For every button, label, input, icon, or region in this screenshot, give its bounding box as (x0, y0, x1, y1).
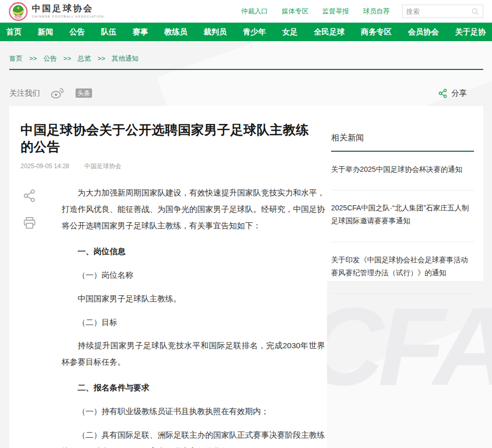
nav-womens-football[interactable]: 女足 (282, 27, 298, 37)
nav-coaches[interactable]: 教练员 (165, 27, 188, 37)
weibo-icon[interactable] (50, 87, 64, 99)
header-link-player[interactable]: 球员自荐 (363, 7, 390, 16)
cfa-logo[interactable]: CFA 中国足球协会 CHINESE FOOTBALL ASSOCIATION (9, 2, 104, 21)
nav-home[interactable]: 首页 (6, 27, 22, 37)
header-link-arbitration[interactable]: 仲裁入口 (241, 7, 268, 16)
article-tools (9, 185, 62, 448)
paragraph: （一）岗位名称 (62, 267, 325, 283)
related-news-item[interactable]: 2025CFA中国之队·“北人集团”石家庄五人制足球国际邀请赛赛事通知 (331, 190, 474, 242)
article-meta: 2025-09-05 14:28 中国足球协会 (21, 162, 325, 171)
breadcrumb-separator: >> (63, 55, 71, 62)
search-box[interactable] (402, 5, 483, 18)
breadcrumb-home[interactable]: 首页 (9, 55, 23, 62)
header-link-media[interactable]: 媒体专区 (282, 7, 308, 16)
nav-about[interactable]: 关于足协 (455, 27, 486, 37)
top-header: CFA 中国足球协会 CHINESE FOOTBALL ASSOCIATION … (0, 0, 492, 23)
related-news-title: 相关新闻 (331, 133, 474, 152)
nav-member-associations[interactable]: 会员协会 (408, 27, 439, 37)
breadcrumb-overview[interactable]: 总览 (78, 55, 91, 62)
nav-announcements[interactable]: 公告 (69, 27, 85, 37)
search-icon[interactable] (471, 7, 479, 15)
share-nodes-icon[interactable] (23, 189, 62, 203)
paragraph: 持续提升国家男子足球队竞技水平和国际足联排名，完成2030年世界杯参赛目标任务。 (62, 337, 325, 370)
breadcrumb-separator: >> (98, 55, 105, 62)
nav-referees[interactable]: 裁判员 (204, 27, 227, 37)
article-title: 中国足球协会关于公开选聘国家男子足球队主教练的公告 (21, 121, 318, 155)
share-nodes-icon (438, 88, 448, 98)
nav-news[interactable]: 新闻 (38, 27, 53, 37)
logo-title: 中国足球协会 (32, 4, 104, 14)
nav-teams[interactable]: 队伍 (101, 27, 117, 37)
toutiao-icon[interactable]: 头条 (76, 88, 92, 98)
page: CFA 中国足球协会 CHINESE FOOTBALL ASSOCIATION … (0, 0, 492, 448)
header-links: 仲裁入口 媒体专区 监督举报 球员自荐 (227, 5, 483, 18)
article-date: 2025-09-05 14:28 (21, 163, 69, 170)
follow-us-label: 关注我们 (9, 88, 40, 98)
article-text: 为大力加强新周期国家队建设，有效快速提升国家队竞技实力和水平，打造作风优良、能征… (62, 185, 325, 448)
nav-business[interactable]: 商务专区 (361, 27, 392, 37)
paragraph: （一）持有职业级教练员证书且执教执照在有效期内； (62, 403, 325, 420)
related-news-sidebar: 相关新闻 关于举办2025中国足球协会杯决赛的通知 2025CFA中国之队·“北… (327, 106, 483, 281)
breadcrumb: 首页 >> 公告 >> 总览 >> 其他通知 (9, 54, 483, 70)
main-nav: 首页 新闻 公告 队伍 赛事 教练员 裁判员 青少年 女足 全民足球 商务专区 … (0, 23, 492, 41)
content-area: CFA 首页 >> 公告 >> 总览 >> 其他通知 关注我们 头条 (0, 41, 492, 448)
share-button[interactable]: 分享 (438, 88, 467, 98)
paragraph: （二）具有国际足联、洲际足联主办的国家队正式赛事决赛阶段主教练执教经历或有欧洲、… (62, 427, 325, 448)
paragraph: 为大力加强新周期国家队建设，有效快速提升国家队竞技实力和水平，打造作风优良、能征… (62, 185, 325, 234)
social-bar: 关注我们 头条 (9, 87, 483, 99)
breadcrumb-announcements[interactable]: 公告 (43, 55, 57, 62)
nav-youth[interactable]: 青少年 (243, 27, 266, 37)
paragraph: （二）目标 (62, 314, 325, 331)
article-source: 中国足球协会 (84, 163, 121, 170)
related-news-item[interactable]: 关于印发《中国足球协会社会足球赛事活动赛风赛纪管理办法（试行）》的通知 (331, 242, 474, 294)
section-heading: 二、报名条件与要求 (62, 380, 325, 396)
search-input[interactable] (406, 8, 471, 15)
logo-subtitle: CHINESE FOOTBALL ASSOCIATION (32, 15, 104, 19)
nav-grassroots[interactable]: 全民足球 (314, 27, 345, 37)
header-link-supervision[interactable]: 监督举报 (322, 7, 349, 16)
article-card: 中国足球协会关于公开选聘国家男子足球队主教练的公告 2025-09-05 14:… (9, 106, 483, 448)
cfa-logo-badge-icon: CFA (9, 2, 28, 21)
breadcrumb-other-notices[interactable]: 其他通知 (112, 55, 138, 62)
svg-text:CFA: CFA (16, 15, 21, 18)
nav-competitions[interactable]: 赛事 (133, 27, 148, 37)
article-column: 中国足球协会关于公开选聘国家男子足球队主教练的公告 2025-09-05 14:… (9, 106, 327, 448)
section-heading: 一、岗位信息 (62, 243, 325, 260)
related-news-item[interactable]: 关于举办2025中国足球协会杯决赛的通知 (331, 152, 474, 190)
print-icon[interactable] (23, 216, 62, 230)
breadcrumb-separator: >> (29, 55, 37, 62)
share-label: 分享 (451, 88, 467, 98)
paragraph: 中国国家男子足球队主教练。 (62, 291, 325, 307)
